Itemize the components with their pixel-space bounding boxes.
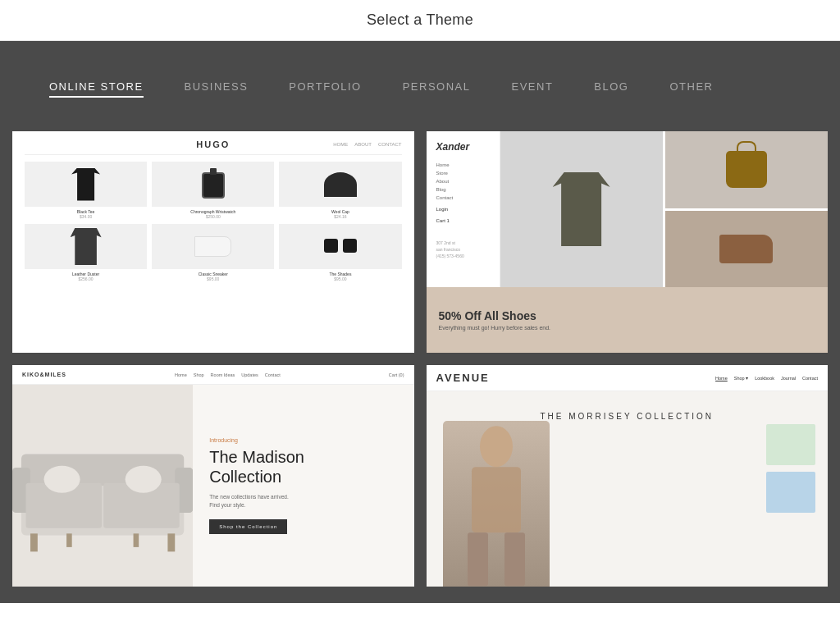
nav-item-blog[interactable]: BLOG — [594, 79, 628, 94]
nav-item-portfolio[interactable]: PORTFOLIO — [289, 79, 361, 94]
kiko-logo: KIKO&MILES — [22, 372, 66, 377]
hat-icon — [324, 172, 357, 197]
tshirt-icon — [71, 168, 100, 201]
svg-rect-15 — [504, 532, 525, 586]
avenue-header: AVENUE Home Shop ▾ Lookbook Journal Cont… — [427, 365, 829, 391]
kiko-mockup: KIKO&MILES Home Shop Room Ideas Updates … — [12, 365, 414, 587]
hugo-product-sneaker: Classic Sneaker $95.00 — [152, 224, 274, 281]
svg-rect-7 — [167, 533, 175, 551]
nav-item-personal[interactable]: PERSONAL — [403, 79, 471, 94]
theme-card-hugo[interactable]: HUGO HOME ABOUT CONTACT Black Tee $34.00 — [12, 131, 414, 353]
kiko-shop-button[interactable]: Shop the Collection — [209, 519, 287, 534]
shoes-illustration — [719, 235, 773, 263]
avenue-logo: AVENUE — [436, 372, 490, 384]
kiko-cart: Cart (0) — [389, 372, 404, 377]
svg-rect-6 — [30, 533, 38, 551]
hugo-product-hat: Wool Cap $24.16 — [279, 162, 401, 219]
nav-item-other[interactable]: OTHER — [669, 79, 713, 94]
avenue-collection-title: THE MORRISEY COLLECTION — [427, 412, 829, 421]
page-header: Select a Theme — [0, 0, 840, 41]
jacket-icon — [71, 228, 102, 265]
nav-item-business[interactable]: BUSINESS — [185, 79, 249, 94]
xander-mockup: Xander Home Store About Blog Contact Log… — [427, 131, 829, 353]
jacket-illustration — [553, 172, 610, 246]
xander-cart: Cart 1 — [436, 218, 490, 223]
sneaker-icon — [194, 236, 231, 257]
svg-point-11 — [126, 466, 162, 493]
svg-point-10 — [44, 466, 80, 493]
kiko-nav: Home Shop Room Ideas Updates Contact — [175, 372, 281, 377]
kiko-hero: Introducing The MadisonCollection The ne… — [12, 385, 414, 587]
page-title: Select a Theme — [0, 11, 840, 29]
avenue-product-thumb-1 — [766, 424, 815, 465]
glasses-icon — [324, 239, 357, 255]
hugo-product-tshirt: Black Tee $34.00 — [25, 162, 147, 219]
svg-rect-13 — [472, 467, 521, 532]
hugo-products: Black Tee $34.00 Chronograph Wristwatch … — [25, 162, 402, 281]
nav-item-online-store[interactable]: ONLINE STORE — [49, 79, 144, 94]
svg-rect-9 — [134, 533, 139, 547]
hugo-product-watch: Chronograph Wristwatch $250.00 — [152, 162, 274, 219]
watch-icon — [201, 168, 226, 201]
avenue-hero: THE MORRISEY COLLECTION — [427, 391, 829, 587]
avenue-product-thumb-2 — [766, 472, 815, 513]
theme-card-xander[interactable]: Xander Home Store About Blog Contact Log… — [427, 131, 829, 353]
xander-sidebar: Xander Home Store About Blog Contact Log… — [427, 131, 500, 287]
svg-point-12 — [480, 426, 513, 467]
svg-rect-14 — [468, 532, 488, 586]
avenue-nav: Home Shop ▾ Lookbook Journal Contact — [715, 376, 818, 381]
xander-address: 307 2nd stsan francisco(415) 573-4560 — [436, 240, 490, 259]
theme-category-nav: ONLINE STORE BUSINESS PORTFOLIO PERSONAL… — [0, 41, 840, 131]
kiko-content: Introducing The MadisonCollection The ne… — [193, 425, 413, 547]
xander-login: Login — [436, 207, 490, 212]
sofa-illustration — [12, 385, 193, 587]
hugo-logo: HUGO — [196, 139, 230, 149]
xander-product-images — [500, 131, 829, 287]
theme-card-avenue[interactable]: AVENUE Home Shop ▾ Lookbook Journal Cont… — [427, 365, 829, 587]
svg-rect-8 — [66, 533, 72, 547]
kiko-collection-title: The MadisonCollection — [209, 447, 397, 486]
bag-illustration — [726, 151, 767, 188]
hugo-product-glasses: The Shades $95.00 — [279, 224, 401, 281]
hugo-mockup: HUGO HOME ABOUT CONTACT Black Tee $34.00 — [12, 131, 414, 353]
avenue-product-thumbnails — [766, 424, 815, 513]
xander-brand: Xander — [436, 141, 490, 153]
avenue-model-image — [443, 421, 550, 587]
xander-sale-banner: 50% Off All Shoes Everything must go! Hu… — [427, 287, 829, 353]
theme-card-kiko[interactable]: KIKO&MILES Home Shop Room Ideas Updates … — [12, 365, 414, 587]
hugo-product-jacket: Leather Duster $256.00 — [25, 224, 147, 281]
theme-grid: HUGO HOME ABOUT CONTACT Black Tee $34.00 — [0, 131, 840, 603]
kiko-desc-text: The new collections have arrived.Find yo… — [209, 493, 397, 510]
kiko-header: KIKO&MILES Home Shop Room Ideas Updates … — [12, 365, 414, 385]
avenue-mockup: AVENUE Home Shop ▾ Lookbook Journal Cont… — [427, 365, 829, 587]
xander-bag-image — [665, 131, 828, 208]
kiko-intro-text: Introducing — [209, 437, 397, 443]
nav-item-event[interactable]: EVENT — [512, 79, 554, 94]
xander-shoes-image — [665, 211, 828, 288]
kiko-sofa-area — [12, 385, 193, 587]
xander-jacket-image — [500, 131, 663, 287]
